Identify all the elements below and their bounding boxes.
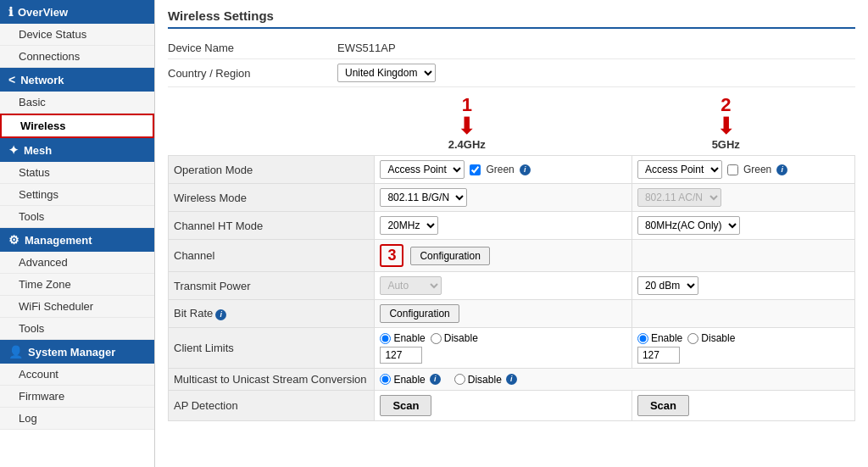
sidebar-item-log[interactable]: Log bbox=[0, 408, 154, 430]
sidebar-item-wifi-scheduler[interactable]: WiFi Scheduler bbox=[0, 296, 154, 318]
multicast-disable-radio[interactable] bbox=[454, 374, 465, 385]
client-limits-5-enable-label[interactable]: Enable bbox=[637, 332, 682, 344]
info-icon-24[interactable]: i bbox=[520, 164, 531, 175]
bit-rate-24-cell: Configuration bbox=[375, 300, 632, 328]
channel-ht-5-select[interactable]: 80MHz(AC Only) 40MHz 20MHz bbox=[637, 216, 740, 235]
band-header-row: 1 ⬇ 2.4GHz 2 ⬇ 5GHz bbox=[168, 96, 855, 151]
sidebar-item-mesh-tools[interactable]: Tools bbox=[0, 206, 154, 228]
client-limits-5-enable-radio[interactable] bbox=[637, 333, 648, 344]
sidebar-section-system-manager[interactable]: 👤 System Manager bbox=[0, 340, 154, 364]
ap-detection-label: AP Detection bbox=[169, 391, 375, 421]
info-icon-5[interactable]: i bbox=[776, 164, 787, 175]
green-label-24: Green bbox=[486, 164, 514, 175]
bit-rate-info-icon[interactable]: i bbox=[215, 309, 226, 320]
client-limits-24-enable-radio[interactable] bbox=[380, 333, 391, 344]
green-check-24[interactable] bbox=[470, 164, 481, 175]
sidebar-item-timezone[interactable]: Time Zone bbox=[0, 274, 154, 296]
wireless-mode-24-select[interactable]: 802.11 B/G/N 802.11 B/G 802.11 N bbox=[380, 188, 467, 207]
band-5-header: 2 ⬇ 5GHz bbox=[597, 96, 856, 151]
overview-icon: ℹ bbox=[8, 5, 13, 19]
sidebar-item-firmware[interactable]: Firmware bbox=[0, 386, 154, 408]
sidebar-section-management[interactable]: ⚙ Management bbox=[0, 228, 154, 252]
channel-ht-5-cell: 80MHz(AC Only) 40MHz 20MHz bbox=[632, 212, 854, 240]
bit-rate-label: Bit Ratei bbox=[169, 300, 375, 328]
sidebar-item-advanced[interactable]: Advanced bbox=[0, 252, 154, 274]
sidebar-item-wireless[interactable]: Wireless ◀ bbox=[0, 114, 154, 138]
device-name-value: EWS511AP bbox=[337, 42, 396, 54]
wireless-mode-5-select[interactable]: 802.11 AC/N 802.11 N 802.11 AC bbox=[637, 188, 721, 207]
tx-power-24-select[interactable]: Auto High Medium Low bbox=[380, 276, 442, 295]
client-limits-5-disable-label[interactable]: Disable bbox=[687, 332, 735, 344]
green-check-5[interactable] bbox=[727, 164, 738, 175]
sidebar-item-mesh-status[interactable]: Status bbox=[0, 162, 154, 184]
operation-mode-row: Operation Mode Access Point WDS Bridge W… bbox=[169, 156, 855, 184]
wireless-mode-label: Wireless Mode bbox=[169, 184, 375, 212]
band-5-arrow-icon: ⬇ bbox=[716, 114, 736, 138]
sidebar-item-mgmt-tools[interactable]: Tools bbox=[0, 318, 154, 340]
band-5-number: 2 bbox=[721, 96, 731, 114]
green-label-5: Green bbox=[743, 164, 771, 175]
multicast-cell: Enable i Disable i bbox=[375, 369, 855, 391]
client-limits-label: Client Limits bbox=[169, 328, 375, 369]
overview-label: OverView bbox=[18, 6, 68, 19]
sidebar-item-connections[interactable]: Connections bbox=[0, 46, 154, 68]
multicast-enable-label[interactable]: Enable i bbox=[380, 374, 440, 386]
multicast-enable-radio[interactable] bbox=[380, 374, 391, 385]
tx-power-label: Transmit Power bbox=[169, 272, 375, 300]
client-limits-24-radio-group: Enable Disable bbox=[380, 332, 626, 344]
client-limits-5-input[interactable] bbox=[637, 347, 680, 364]
multicast-enable-info-icon[interactable]: i bbox=[430, 374, 441, 385]
bit-rate-config-button[interactable]: Configuration bbox=[380, 304, 459, 323]
sidebar-item-mesh-settings[interactable]: Settings bbox=[0, 184, 154, 206]
multicast-disable-label[interactable]: Disable i bbox=[454, 374, 517, 386]
multicast-radio-group: Enable i Disable i bbox=[380, 374, 849, 386]
channel-row: Channel 3 Configuration bbox=[169, 240, 855, 272]
channel-label: Channel bbox=[169, 240, 375, 272]
device-name-label: Device Name bbox=[168, 42, 337, 54]
sidebar-item-basic[interactable]: Basic bbox=[0, 92, 154, 114]
ap-detection-24-cell: Scan bbox=[375, 391, 632, 421]
client-limits-24-enable-label[interactable]: Enable bbox=[380, 332, 425, 344]
sidebar-section-overview[interactable]: ℹ OverView bbox=[0, 0, 154, 24]
band-spacer bbox=[168, 96, 337, 151]
band-24-label: 2.4GHz bbox=[448, 138, 486, 151]
channel-ht-24-cell: 20MHz 40MHz bbox=[375, 212, 632, 240]
multicast-disable-info-icon[interactable]: i bbox=[506, 374, 517, 385]
bit-rate-row: Bit Ratei Configuration bbox=[169, 300, 855, 328]
country-select[interactable]: United Kingdom United States Germany Fra… bbox=[337, 64, 436, 82]
tx-power-5-select[interactable]: 20 dBm 17 dBm 14 dBm bbox=[637, 276, 698, 295]
operation-mode-24-cell: Access Point WDS Bridge WDS AP Client Br… bbox=[375, 156, 632, 184]
channel-badge: 3 bbox=[380, 244, 403, 267]
channel-config-button[interactable]: Configuration bbox=[410, 247, 489, 265]
operation-mode-label: Operation Mode bbox=[169, 156, 375, 184]
sidebar-section-mesh[interactable]: ✦ Mesh bbox=[0, 138, 154, 162]
country-region-row: Country / Region United Kingdom United S… bbox=[168, 59, 855, 87]
wireless-mode-24-cell: 802.11 B/G/N 802.11 B/G 802.11 N bbox=[375, 184, 632, 212]
channel-config-wrap: 3 Configuration bbox=[380, 244, 626, 267]
client-limits-24-disable-radio[interactable] bbox=[431, 333, 442, 344]
channel-ht-24-select[interactable]: 20MHz 40MHz bbox=[380, 216, 438, 235]
operation-mode-5-cell: Access Point WDS Bridge WDS AP Client Br… bbox=[632, 156, 854, 184]
ap-detection-5-cell: Scan bbox=[632, 391, 854, 421]
operation-mode-5-select[interactable]: Access Point WDS Bridge WDS AP Client Br… bbox=[637, 160, 722, 179]
client-limits-row: Client Limits Enable Disable Enable Disa… bbox=[169, 328, 855, 369]
network-label: Network bbox=[20, 74, 64, 86]
client-limits-5-radio-group: Enable Disable bbox=[637, 332, 849, 344]
sidebar-item-device-status[interactable]: Device Status bbox=[0, 24, 154, 46]
channel-ht-label: Channel HT Mode bbox=[169, 212, 375, 240]
channel-ht-row: Channel HT Mode 20MHz 40MHz 80MHz(AC Onl… bbox=[169, 212, 855, 240]
sidebar-section-network[interactable]: < Network bbox=[0, 68, 154, 92]
settings-table: Operation Mode Access Point WDS Bridge W… bbox=[168, 155, 855, 421]
scan-button-24[interactable]: Scan bbox=[380, 395, 431, 416]
channel-5-cell bbox=[632, 240, 854, 272]
band-24-arrow-icon: ⬇ bbox=[457, 114, 476, 138]
tx-power-5-cell: 20 dBm 17 dBm 14 dBm bbox=[632, 272, 854, 300]
operation-mode-24-select[interactable]: Access Point WDS Bridge WDS AP Client Br… bbox=[380, 160, 465, 179]
client-limits-24-disable-label[interactable]: Disable bbox=[431, 332, 478, 344]
band-24-header: 1 ⬇ 2.4GHz bbox=[337, 96, 597, 151]
scan-button-5[interactable]: Scan bbox=[637, 395, 689, 416]
sidebar-item-account[interactable]: Account bbox=[0, 364, 154, 386]
client-limits-5-disable-radio[interactable] bbox=[687, 333, 698, 344]
band-24-number: 1 bbox=[462, 96, 472, 114]
client-limits-24-input[interactable] bbox=[380, 347, 422, 364]
